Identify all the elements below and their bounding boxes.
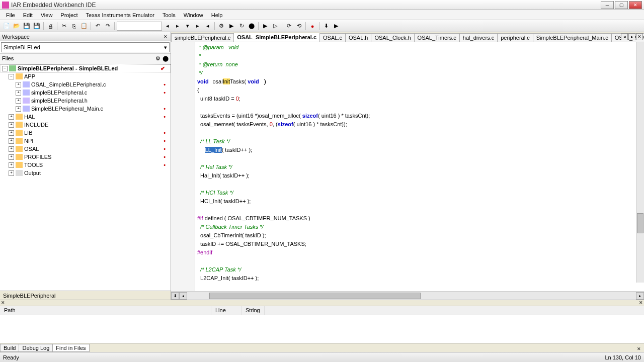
menu-ti-emulator[interactable]: Texas Instruments Emulator <box>82 11 158 19</box>
tab-osal-clock-h[interactable]: OSAL_Clock.h <box>371 33 414 42</box>
tab-scroll-right-icon[interactable]: ▸ <box>628 33 635 40</box>
tab-build[interactable]: Build <box>0 344 19 352</box>
folder-npi[interactable]: +NPI• <box>0 137 171 145</box>
tab-main-c[interactable]: SimpleBLEPeripheral_Main.c <box>533 33 612 42</box>
tab-osal-simplebleperi-c[interactable]: OSAL_SimpleBLEPeripheral.c <box>233 33 320 42</box>
tab-scroll-left-icon[interactable]: ◂ <box>621 33 628 40</box>
cut-icon[interactable]: ✂ <box>59 22 68 31</box>
menu-view[interactable]: View <box>37 11 57 19</box>
workspace-bottom-tab[interactable]: SimpleBLEPeripheral <box>0 291 171 300</box>
file-tree[interactable]: − SimpleBLEPeripheral - SimpleBLELed ✔ −… <box>0 63 171 291</box>
expander-icon[interactable]: + <box>9 122 14 128</box>
folder-lib[interactable]: +LIB• <box>0 129 171 137</box>
close-button[interactable]: ✕ <box>629 1 642 9</box>
expander-icon[interactable]: + <box>16 90 21 96</box>
folder-hal[interactable]: +HAL• <box>0 113 171 121</box>
bookmark-prev-icon[interactable]: ◂ <box>203 22 212 31</box>
code-content[interactable]: * @param void * * @return none */ void o… <box>195 42 644 291</box>
debug-no-download-icon[interactable]: ▷ <box>271 22 280 31</box>
split-icon[interactable]: ⬍ <box>171 292 179 300</box>
breakpoint-red-icon[interactable]: ● <box>308 22 317 31</box>
file-node[interactable]: + simpleBLEPeripheral.c • <box>0 88 171 97</box>
new-file-icon[interactable]: 📄 <box>2 22 11 31</box>
make-icon[interactable]: ▶ <box>227 22 236 31</box>
scrollbar-thumb[interactable] <box>637 213 643 233</box>
folder-profiles[interactable]: +PROFILES• <box>0 153 171 161</box>
download-icon[interactable]: ⬇ <box>321 22 331 31</box>
print-icon[interactable]: 🖨 <box>46 22 55 31</box>
tab-peripheral-c[interactable]: peripheral.c <box>497 33 533 42</box>
code-editor[interactable]: * @param void * * @return none */ void o… <box>171 42 644 291</box>
find-combo[interactable] <box>117 22 162 31</box>
go-icon[interactable]: ▶ <box>332 22 341 31</box>
folder-include[interactable]: +INCLUDE <box>0 121 171 129</box>
expander-icon[interactable]: + <box>9 146 14 152</box>
copy-icon[interactable]: ⎘ <box>69 22 78 31</box>
undo-icon[interactable]: ↶ <box>93 22 102 31</box>
tab-close-icon[interactable]: ✕ <box>636 33 643 40</box>
menu-tools[interactable]: Tools <box>158 11 180 19</box>
open-file-icon[interactable]: 📂 <box>12 22 21 31</box>
bookmark-toggle-icon[interactable]: ▾ <box>183 22 192 31</box>
expander-icon[interactable]: + <box>9 162 14 168</box>
minimize-button[interactable]: ─ <box>601 1 614 9</box>
expander-icon[interactable]: + <box>9 138 14 144</box>
expander-icon[interactable]: + <box>9 114 14 120</box>
panel-close-icon[interactable]: ✕ <box>636 346 642 352</box>
tab-hal-drivers-c[interactable]: hal_drivers.c <box>459 33 498 42</box>
workspace-close-icon[interactable]: ✕ <box>163 34 169 40</box>
config-combo[interactable]: SimpleBLELed ▾ <box>1 42 170 52</box>
folder-app[interactable]: − APP <box>0 72 171 80</box>
paste-icon[interactable]: 📋 <box>79 22 89 31</box>
debug-icon[interactable]: ▶ <box>261 22 270 31</box>
expander-icon[interactable]: − <box>2 66 8 71</box>
expander-icon[interactable]: − <box>9 74 14 79</box>
vertical-scrollbar[interactable] <box>636 42 644 283</box>
expander-icon[interactable]: + <box>16 82 21 87</box>
maximize-button[interactable]: ▢ <box>615 1 628 9</box>
panel-close-icon[interactable]: ✕ <box>1 300 5 305</box>
col-path[interactable]: Path <box>0 306 211 315</box>
panel-close-icon[interactable]: ✕ <box>639 300 643 305</box>
tab-simplebleperi-c[interactable]: simpleBLEPeripheral.c <box>171 33 234 42</box>
expander-icon[interactable]: + <box>16 98 21 104</box>
expander-icon[interactable]: + <box>9 170 14 176</box>
bookmark-next-icon[interactable]: ▸ <box>193 22 202 31</box>
save-all-icon[interactable]: 💾 <box>32 22 41 31</box>
expander-icon[interactable]: + <box>16 106 21 112</box>
expander-icon[interactable]: + <box>9 154 14 160</box>
find-prev-icon[interactable]: ◂ <box>163 22 172 31</box>
file-node[interactable]: + OSAL_SimpleBLEPeripheral.c • <box>0 80 171 88</box>
tab-osal-h[interactable]: OSAL.h <box>345 33 372 42</box>
menu-file[interactable]: File <box>2 11 19 19</box>
folder-osal[interactable]: +OSAL• <box>0 145 171 153</box>
menu-help[interactable]: Help <box>207 11 227 19</box>
folder-tools[interactable]: +TOOLS• <box>0 161 171 169</box>
results-body[interactable] <box>0 315 644 343</box>
stop-build-icon[interactable]: ↻ <box>237 22 246 31</box>
horizontal-scrollbar[interactable]: ⬍◂ ▸ <box>171 291 644 300</box>
menu-project[interactable]: Project <box>56 11 82 19</box>
col-string[interactable]: String <box>242 306 265 315</box>
compile-icon[interactable]: ⚙ <box>217 22 226 31</box>
file-node[interactable]: + SimpleBLEPeripheral_Main.c • <box>0 105 171 113</box>
redo-icon[interactable]: ↷ <box>103 22 112 31</box>
menu-edit[interactable]: Edit <box>19 11 37 19</box>
toggle-breakpoint-icon[interactable]: ⬤ <box>247 22 256 31</box>
tab-osal-timers-c[interactable]: OSAL_Timers.c <box>414 33 460 42</box>
find-next-icon[interactable]: ▸ <box>173 22 182 31</box>
files-col-icon[interactable]: ⬤ <box>163 55 169 62</box>
scroll-right-icon[interactable]: ▸ <box>636 292 644 300</box>
files-col-icon[interactable]: ⚙ <box>155 55 160 62</box>
save-icon[interactable]: 💾 <box>22 22 31 31</box>
scroll-left-icon[interactable]: ◂ <box>179 292 187 300</box>
project-node[interactable]: − SimpleBLEPeripheral - SimpleBLELed ✔ <box>0 64 171 72</box>
restart-icon[interactable]: ⟲ <box>294 22 303 31</box>
folder-output[interactable]: +Output <box>0 169 171 177</box>
tab-find-in-files[interactable]: Find in Files <box>52 344 89 352</box>
expander-icon[interactable]: + <box>9 130 14 136</box>
tab-osal-c[interactable]: OSAL.c <box>319 33 346 42</box>
file-node[interactable]: + simpleBLEPeripheral.h <box>0 97 171 105</box>
tab-debug-log[interactable]: Debug Log <box>19 344 53 352</box>
col-line[interactable]: Line <box>211 306 242 315</box>
